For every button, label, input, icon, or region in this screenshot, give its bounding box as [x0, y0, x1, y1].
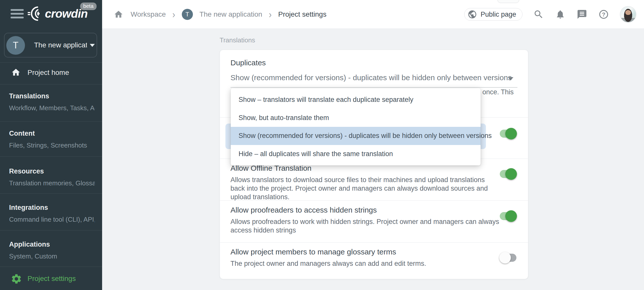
setting-toggle[interactable] — [499, 128, 517, 139]
setting-title: Allow proofreaders to access hidden stri… — [230, 206, 517, 214]
toggle-knob — [505, 210, 517, 222]
sidebar-section-translations[interactable]: Translations Workflow, Members, Tasks, A… — [9, 92, 97, 112]
sidebar-section-resources[interactable]: Resources Translation memories, Glossari… — [9, 167, 97, 187]
toggle-knob — [499, 252, 511, 264]
setting-title: Allow project members to manage glossary… — [230, 248, 517, 256]
setting-description: Allows translators to download source fi… — [230, 176, 500, 201]
sidebar-item-label: Project settings — [27, 275, 76, 283]
duplicates-select[interactable]: Show (recommended for versions) - duplic… — [230, 71, 517, 88]
messages-icon[interactable] — [576, 9, 588, 20]
sidebar-section-title: Content — [9, 130, 97, 137]
duplicates-heading: Duplicates — [230, 59, 266, 67]
setting-toggle[interactable] — [499, 168, 517, 180]
sidebar-section-content[interactable]: Content Files, Strings, Screenshots — [9, 130, 97, 149]
setting-description: The project owner and managers always ca… — [230, 259, 500, 268]
user-avatar[interactable] — [620, 6, 636, 23]
chevron-right-icon: › — [172, 9, 175, 20]
sidebar: crowdin beta T The new applicat… Project… — [0, 0, 102, 290]
brand-row: crowdin beta — [0, 0, 102, 29]
duplicates-dropdown-menu: Show – translators will translate each d… — [231, 88, 481, 165]
home-icon — [11, 68, 21, 77]
sidebar-divider — [0, 156, 102, 157]
page-section-label: Translations — [220, 36, 255, 44]
setting-row-glossary-terms: Allow project members to manage glossary… — [220, 242, 528, 279]
sidebar-divider — [0, 267, 102, 267]
globe-icon — [467, 10, 477, 19]
home-icon — [114, 10, 123, 19]
crowdin-logo-mark — [27, 6, 43, 22]
breadcrumb-current-page: Project settings — [278, 10, 326, 18]
crowdin-project-settings-page: crowdin beta T The new applicat… Project… — [0, 0, 644, 290]
public-page-label: Public page — [481, 11, 516, 18]
breadcrumb-project-avatar[interactable]: T — [182, 9, 193, 20]
sidebar-divider — [0, 62, 102, 63]
sidebar-section-applications[interactable]: Applications System, Custom — [9, 241, 97, 260]
sidebar-section-subtitle: Files, Strings, Screenshots — [9, 141, 95, 149]
sidebar-item-project-settings[interactable]: Project settings — [0, 273, 102, 288]
sidebar-section-subtitle: Translation memories, Glossari… — [9, 179, 95, 187]
topbar-actions: Public page ? — [464, 0, 644, 29]
sidebar-divider — [0, 84, 102, 84]
public-page-button[interactable]: Public page — [464, 8, 522, 21]
search-icon[interactable] — [533, 9, 544, 20]
sidebar-item-project-home[interactable]: Project home — [0, 69, 102, 80]
project-selector[interactable]: T The new applicat… — [4, 33, 97, 57]
project-avatar: T — [6, 36, 25, 55]
sidebar-divider — [0, 193, 102, 194]
setting-toggle[interactable] — [499, 252, 517, 264]
beta-badge: beta — [80, 3, 97, 10]
sidebar-section-subtitle: Workflow, Members, Tasks, Act… — [9, 104, 95, 112]
sidebar-section-subtitle: System, Custom — [9, 252, 95, 260]
dropdown-option-hide[interactable]: Hide – all duplicates will share the sam… — [231, 145, 481, 163]
help-icon[interactable]: ? — [598, 9, 609, 20]
topbar: Workspace › T The new application › Proj… — [102, 0, 644, 29]
sidebar-section-title: Integrations — [9, 204, 97, 212]
caret-down-icon — [508, 77, 513, 80]
sidebar-section-subtitle: Command line tool (CLI), API, A… — [9, 216, 95, 223]
breadcrumb-workspace[interactable]: Workspace — [131, 10, 166, 18]
chevron-down-icon — [90, 44, 95, 47]
hamburger-menu-icon[interactable] — [11, 9, 24, 20]
breadcrumb-project[interactable]: The new application — [199, 10, 262, 18]
sidebar-section-integrations[interactable]: Integrations Command line tool (CLI), AP… — [9, 204, 97, 223]
sidebar-section-title: Applications — [9, 241, 97, 248]
dropdown-option-show-recommended[interactable]: Show (recommended for versions) - duplic… — [231, 127, 481, 145]
setting-row-proofreaders-hidden-strings: Allow proofreaders to access hidden stri… — [220, 200, 528, 242]
notifications-bell-icon[interactable] — [555, 9, 566, 20]
sidebar-item-label: Project home — [27, 69, 69, 77]
sidebar-divider — [0, 121, 102, 122]
setting-toggle[interactable] — [499, 210, 517, 222]
dropdown-option-show-autotranslate[interactable]: Show, but auto-translate them — [231, 109, 481, 127]
chevron-right-icon: › — [269, 9, 272, 20]
duplicates-description-fragment: once. This — [482, 88, 514, 96]
crowdin-logo[interactable]: crowdin — [27, 6, 87, 22]
sidebar-section-title: Resources — [9, 167, 97, 175]
gear-icon — [11, 273, 22, 285]
toggle-knob — [505, 168, 517, 180]
project-selector-name: The new applicat… — [34, 41, 87, 49]
toggle-knob — [505, 128, 517, 139]
breadcrumb: Workspace › T The new application › Proj… — [113, 0, 327, 29]
dropdown-option-show-separately[interactable]: Show – translators will translate each d… — [231, 91, 481, 109]
breadcrumb-home-link[interactable] — [113, 9, 124, 20]
svg-text:?: ? — [602, 11, 605, 18]
duplicates-select-value: Show (recommended for versions) - duplic… — [230, 71, 517, 83]
sidebar-divider — [0, 230, 102, 230]
setting-description: Allows proofreaders to work with hidden … — [230, 217, 500, 235]
sidebar-section-title: Translations — [9, 92, 97, 100]
